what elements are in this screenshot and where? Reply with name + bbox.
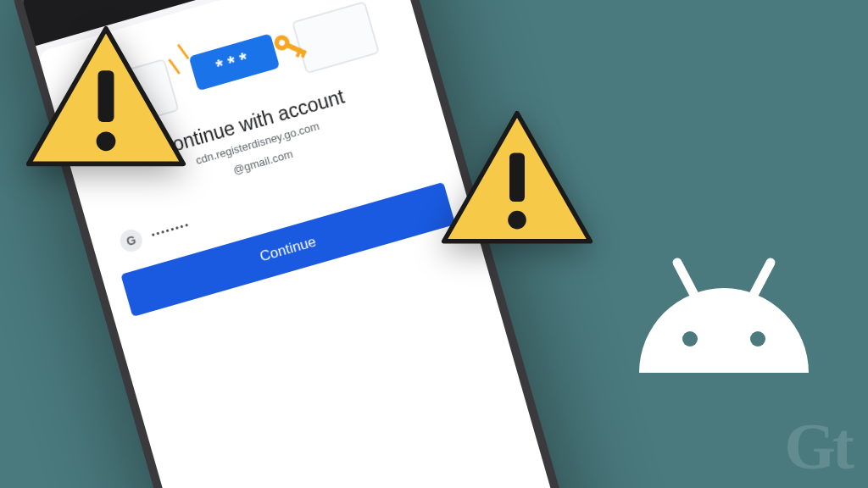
warning-icon [25,25,186,167]
illustration-box-right [292,1,380,74]
google-g-icon: G [118,227,145,254]
warning-icon [441,110,593,244]
password-chip-icon: *** [189,33,281,91]
svg-point-7 [97,131,116,151]
svg-point-10 [508,211,526,230]
android-icon [631,254,817,381]
gt-watermark: Gt [784,413,851,480]
svg-point-13 [682,331,698,347]
svg-point-14 [750,331,765,347]
svg-rect-6 [98,70,114,122]
svg-line-11 [677,263,694,295]
svg-line-12 [754,263,771,295]
password-masked: •••••••• [150,219,191,239]
svg-rect-9 [509,152,525,202]
